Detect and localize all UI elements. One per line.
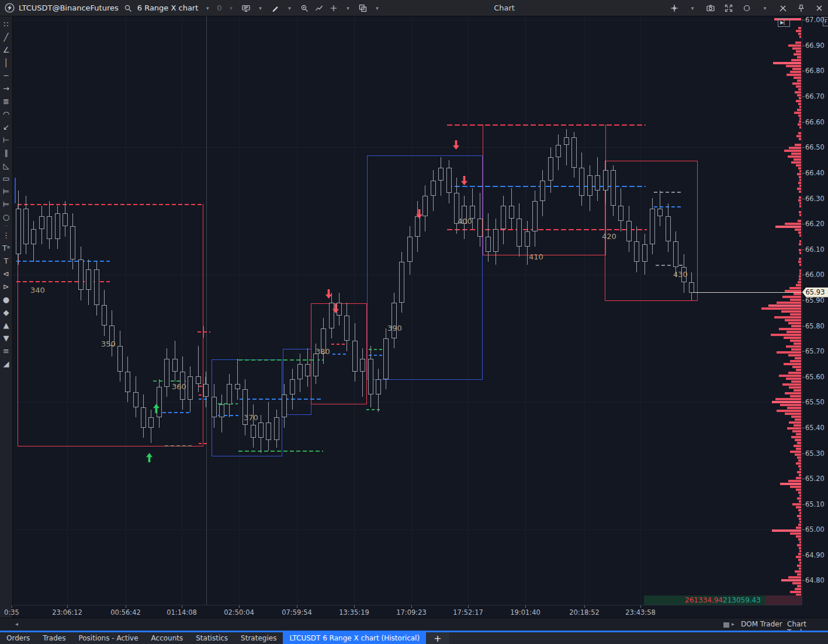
dom-trader-button[interactable]: DOM Trader: [741, 620, 782, 628]
volume-profile-bar: [795, 588, 801, 590]
workspace-tab-active-chart[interactable]: LTCUSDT 6 Range X chart (Historical): [283, 632, 426, 644]
triangle-tool-icon[interactable]: ◺: [0, 159, 13, 172]
add-tab-button[interactable]: +: [426, 632, 449, 644]
counter-caret-icon[interactable]: ▾: [226, 3, 237, 13]
volume-profile-tool-icon[interactable]: ⊨: [0, 185, 13, 198]
arrow-tool-icon[interactable]: →: [0, 82, 13, 95]
volume-profile-bar: [797, 565, 801, 567]
label-left-tool-icon[interactable]: ⊲: [0, 267, 13, 280]
ellipse-tool-icon[interactable]: ○: [0, 210, 13, 223]
candle-body: [383, 338, 389, 379]
period-label[interactable]: 6 Range X chart: [137, 4, 199, 12]
trend-line-tool-icon[interactable]: ╱: [0, 30, 13, 43]
counter-label[interactable]: 0: [217, 4, 221, 12]
pencil-caret-icon[interactable]: ▾: [285, 3, 295, 13]
zoom-in-icon[interactable]: [299, 3, 310, 13]
volume-profile-tool-2[interactable]: ⊨: [0, 198, 13, 210]
symbol-label[interactable]: LTCUSDT@BinanceFutures: [19, 4, 119, 12]
expand-icon[interactable]: [723, 3, 734, 13]
volume-profile-bar: [784, 150, 801, 152]
monitor-icon[interactable]: [241, 3, 251, 13]
horizontal-line-tool-icon[interactable]: ─: [0, 69, 13, 82]
workspace-tab-statistics[interactable]: Statistics: [189, 632, 234, 644]
candle-body: [650, 209, 655, 244]
add-icon[interactable]: [328, 3, 339, 13]
layout-icon[interactable]: [358, 3, 368, 13]
volume-profile-bar: [799, 468, 801, 470]
curve-tool-icon[interactable]: ◠: [0, 108, 13, 120]
volume-profile-bar: [782, 296, 801, 298]
close-icon[interactable]: [814, 3, 824, 13]
volume-profile-bar: [790, 532, 801, 535]
scrollbar-thumb[interactable]: [723, 622, 729, 628]
camera-icon[interactable]: [705, 3, 716, 13]
time-axis[interactable]: 0:3523:06:1200:56:4201:14:0802:50:0407:5…: [13, 605, 802, 618]
channel-tool-icon[interactable]: ≣: [0, 95, 13, 108]
volume-profile-bar: [798, 491, 801, 494]
workspace-tab-strategies[interactable]: Strategies: [234, 632, 283, 644]
parallel-lines-tool-icon[interactable]: ∥: [0, 146, 13, 159]
layout-caret-icon[interactable]: ▾: [372, 3, 383, 13]
arrow-up-marker-tool-icon[interactable]: ▲: [0, 318, 13, 331]
text-tool-icon[interactable]: T: [0, 254, 13, 267]
price-axis-label: 65.90: [805, 296, 824, 304]
volume-profile-bar: [799, 264, 801, 266]
circle-icon[interactable]: [742, 3, 752, 13]
scroll-right-arrow-icon[interactable]: ▸: [732, 621, 735, 627]
tools-icon[interactable]: [778, 3, 788, 13]
price-tick: [802, 224, 805, 224]
angle-tool-icon[interactable]: ∠: [0, 43, 13, 56]
axis-corner-button[interactable]: F: [823, 17, 828, 26]
volume-profile-bar: [779, 375, 801, 377]
circle-caret-icon[interactable]: ▾: [760, 3, 770, 13]
arrow-marker-tool-icon[interactable]: ↙: [0, 120, 13, 133]
time-tick: [12, 605, 12, 608]
go-to-latest-button[interactable]: ▶▏: [778, 18, 790, 27]
anchored-text-tool-icon[interactable]: Tᵃ: [0, 241, 13, 254]
volume-profile-bar: [797, 456, 801, 459]
vertical-line-tool-icon[interactable]: │: [0, 56, 13, 69]
chart-canvas[interactable]: 340350360370380390400410420430261334.942…: [13, 16, 802, 605]
workspace-tab-accounts[interactable]: Accounts: [145, 632, 190, 644]
range-count-label: 340: [30, 286, 45, 295]
price-axis-label: 66.80: [805, 67, 824, 75]
diamond-marker-tool-icon[interactable]: ◆: [0, 306, 13, 318]
price-axis-label: 66.40: [805, 169, 824, 177]
corner-tool-icon[interactable]: ◢: [0, 357, 13, 370]
volume-profile-bar: [791, 161, 801, 164]
period-caret-icon[interactable]: ▾: [202, 3, 213, 13]
indicator-icon[interactable]: [314, 3, 324, 13]
drawing-toolbar: ∷╱∠│─→≣◠↙⊢∥◺▭⊨⊨○┄⋮TᵃT⊲⊳●◆▲▼≡◢: [0, 16, 13, 618]
candle-body: [297, 364, 303, 379]
price-axis-label: 65.80: [805, 322, 824, 330]
volume-profile-bar: [782, 383, 801, 386]
pencil-icon[interactable]: [270, 3, 280, 13]
search-icon[interactable]: [123, 3, 133, 13]
add-caret-icon[interactable]: ▾: [343, 3, 354, 13]
label-right-tool-icon[interactable]: ⊳: [0, 280, 13, 293]
volume-profile-bar: [795, 453, 801, 456]
volume-profile-bar: [799, 258, 801, 260]
dot-marker-tool-icon[interactable]: ●: [0, 293, 13, 306]
rectangle-tool-icon[interactable]: ▭: [0, 172, 13, 185]
ruler-tool-icon[interactable]: ≡: [0, 344, 13, 357]
drag-grip-icon[interactable]: ∷: [0, 18, 13, 30]
price-axis[interactable]: 67.0066.9066.8066.7066.6066.5066.4066.30…: [802, 16, 828, 605]
pointer-icon[interactable]: [669, 3, 680, 13]
workspace-tab-positions-active[interactable]: Positions - Active: [72, 632, 144, 644]
workspace-tab-trades[interactable]: Trades: [36, 632, 72, 644]
volume-profile-bar: [794, 77, 801, 79]
arrow-down-marker-tool-icon[interactable]: ▼: [0, 331, 13, 344]
monitor-caret-icon[interactable]: ▾: [255, 3, 266, 13]
time-axis-label: 20:18:52: [569, 608, 600, 617]
scroll-left-arrow-icon[interactable]: ◂: [15, 621, 18, 627]
time-axis-label: 07:59:54: [282, 608, 312, 617]
workspace-tab-orders[interactable]: Orders: [0, 632, 36, 644]
candle-body: [102, 305, 107, 326]
dots-grid-tool-icon[interactable]: ⋮: [0, 228, 13, 241]
pointer-caret-icon[interactable]: ▾: [687, 3, 698, 13]
price-tick: [802, 453, 805, 454]
gridline-vertical: [640, 16, 641, 605]
pin-icon[interactable]: [796, 3, 806, 13]
measure-tool-icon[interactable]: ⊢: [0, 133, 13, 146]
